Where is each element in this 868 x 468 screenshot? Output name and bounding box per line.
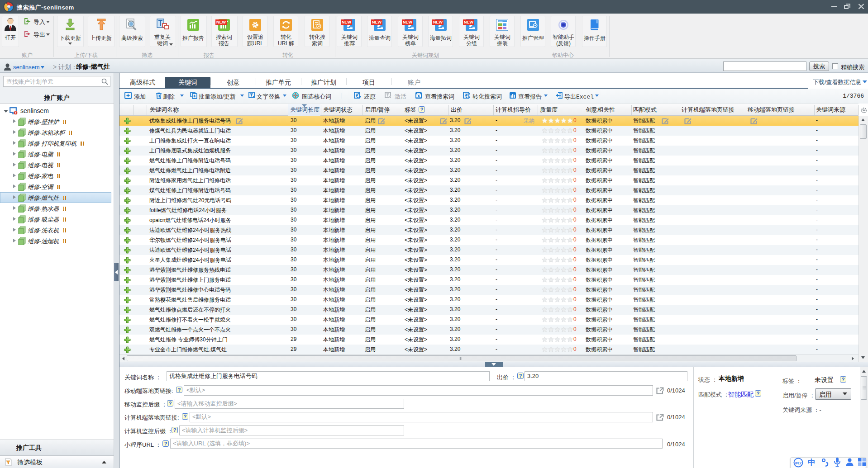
svg-text:iFLY: iFLY: [795, 462, 802, 465]
